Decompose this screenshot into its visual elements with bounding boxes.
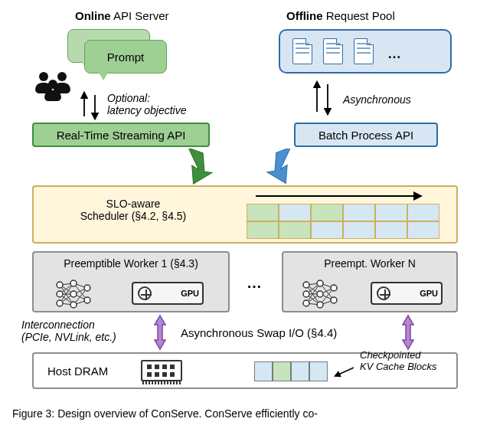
host-dram-label: Host DRAM (47, 365, 108, 378)
online-header: Online API Server (75, 9, 169, 22)
gpu-icon: GPU (371, 282, 443, 305)
dram-chip-icon (141, 360, 182, 381)
worker-n-box: Preempt. Worker N GPU (282, 251, 458, 312)
queue-grid (247, 204, 439, 239)
svg-point-27 (84, 297, 90, 303)
offline-pool: … (279, 29, 452, 74)
worker-n-label: Preempt. Worker N (283, 257, 456, 270)
svg-point-24 (70, 291, 77, 297)
svg-point-45 (303, 300, 309, 306)
purple-updown-arrow-left (145, 314, 175, 351)
svg-point-26 (84, 285, 90, 291)
svg-point-50 (331, 297, 337, 303)
realtime-api-box: Real-Time Streaming API (32, 123, 210, 147)
svg-point-20 (57, 282, 63, 288)
offline-header: Offline Request Pool (286, 9, 395, 22)
svg-point-48 (317, 302, 323, 308)
optional-note: Optional: latency objective (107, 92, 187, 116)
swap-label: Asynchronous Swap I/O (§4.4) (181, 326, 337, 339)
worker-1-box: Preemptible Worker 1 (§4.3) (32, 251, 230, 312)
prompt-bubbles: Prompt (64, 29, 164, 83)
arrow-green-down (175, 149, 220, 187)
workers-ellipsis: … (247, 274, 262, 292)
right-arrow-icon (253, 191, 429, 201)
svg-point-47 (317, 291, 323, 297)
svg-point-25 (70, 302, 77, 308)
interconnect-label: Interconnection (PCIe, NVLink, etc.) (21, 319, 116, 343)
worker-1-label: Preemptible Worker 1 (§4.3) (34, 257, 228, 270)
svg-point-46 (317, 280, 323, 286)
neural-net-icon (300, 279, 341, 309)
updown-arrows-left (77, 90, 103, 121)
svg-point-49 (331, 285, 337, 291)
svg-point-23 (70, 280, 77, 286)
purple-updown-arrow-right (394, 314, 423, 351)
arrow-blue-down (259, 149, 305, 187)
gpu-icon: GPU (132, 282, 204, 305)
updown-arrows-right (309, 80, 335, 116)
prompt-label: Prompt (107, 51, 144, 64)
neural-net-icon (54, 279, 95, 309)
svg-point-21 (57, 291, 63, 297)
svg-point-22 (57, 300, 63, 306)
figure-caption: Figure 3: Design overview of ConServe. C… (12, 407, 318, 420)
svg-point-44 (303, 291, 309, 297)
async-note: Asynchronous (343, 93, 411, 106)
svg-point-43 (303, 282, 309, 288)
svg-line-51 (337, 368, 354, 375)
kv-caption: Checkpointed KV Cache Blocks (360, 349, 436, 372)
scheduler-label: SLO-aware Scheduler (§4.2, §4.5) (57, 198, 210, 222)
kv-cache-blocks (254, 361, 328, 381)
batch-api-box: Batch Process API (294, 123, 438, 147)
kv-pointer-arrow (334, 365, 357, 380)
scheduler-box: SLO-aware Scheduler (§4.2, §4.5) (32, 185, 458, 244)
